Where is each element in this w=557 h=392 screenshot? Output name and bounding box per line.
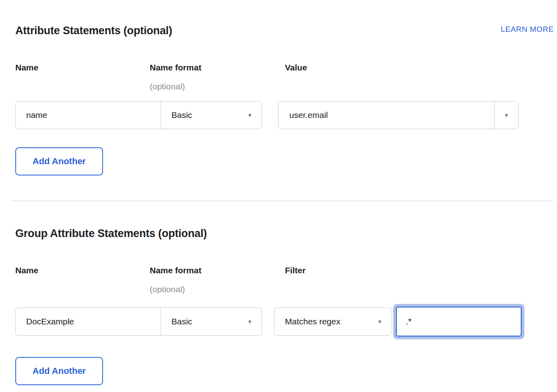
column-header-name: Name — [15, 265, 150, 276]
group-attribute-column-headers: Name Name format (optional) Filter — [15, 265, 554, 295]
column-header-name-format: Name format — [150, 265, 285, 276]
dropdown-arrow-icon: ▼ — [377, 319, 382, 324]
group-attribute-statements-title: Group Attribute Statements (optional) — [15, 227, 207, 240]
column-header-optional-note: (optional) — [150, 81, 285, 92]
attribute-name-input[interactable] — [15, 101, 161, 129]
group-attribute-statement-row: Basic ▼ Matches regex ▼ — [15, 304, 554, 339]
column-name-format: Name format (optional) — [150, 265, 285, 295]
attribute-statement-row: Basic ▼ ▼ — [15, 101, 554, 129]
saml-attribute-settings-page: Attribute Statements (optional) LEARN MO… — [0, 0, 557, 392]
value-dropdown-button[interactable]: ▼ — [494, 101, 518, 129]
attribute-column-headers: Name Name format (optional) Value — [15, 62, 554, 92]
add-another-button[interactable]: Add Another — [15, 357, 103, 385]
name-and-format-group: Basic ▼ — [15, 101, 262, 129]
filter-value-focus-ring — [393, 304, 524, 339]
group-attribute-statements-header: Group Attribute Statements (optional) — [15, 227, 554, 240]
filter-type-select[interactable]: Matches regex ▼ — [274, 307, 392, 336]
column-header-value: Value — [285, 62, 554, 73]
attribute-statements-section: Attribute Statements (optional) LEARN MO… — [15, 24, 554, 175]
name-format-select[interactable]: Basic ▼ — [161, 101, 262, 129]
column-header-name-format: Name format — [150, 62, 285, 73]
group-attribute-statements-section: Group Attribute Statements (optional) Na… — [15, 227, 554, 385]
filter-value-input[interactable] — [396, 307, 522, 336]
add-another-button[interactable]: Add Another — [15, 147, 103, 175]
attribute-statements-header: Attribute Statements (optional) LEARN MO… — [15, 24, 554, 37]
attribute-value-input[interactable] — [278, 101, 494, 129]
column-value: Value — [285, 62, 554, 92]
column-header-name: Name — [15, 62, 150, 73]
column-name: Name — [15, 62, 150, 92]
attribute-value-field: ▼ — [278, 101, 519, 129]
column-name: Name — [15, 265, 150, 295]
group-name-format-select-value: Basic — [171, 317, 192, 326]
section-divider — [11, 200, 554, 201]
filter-type-select-value: Matches regex — [285, 317, 340, 326]
column-filter: Filter — [285, 265, 554, 295]
column-header-optional-note: (optional) — [150, 284, 285, 295]
column-name-format: Name format (optional) — [150, 62, 285, 92]
column-header-filter: Filter — [285, 265, 554, 276]
name-format-select-value: Basic — [171, 110, 192, 120]
dropdown-arrow-icon: ▼ — [247, 113, 252, 118]
name-and-format-group: Basic ▼ — [15, 307, 262, 336]
dropdown-arrow-icon: ▼ — [504, 113, 509, 118]
attribute-statements-title: Attribute Statements (optional) — [15, 24, 172, 37]
dropdown-arrow-icon: ▼ — [247, 319, 252, 324]
group-attribute-name-input[interactable] — [15, 307, 161, 336]
group-name-format-select[interactable]: Basic ▼ — [161, 307, 262, 336]
learn-more-link[interactable]: LEARN MORE — [501, 25, 554, 34]
